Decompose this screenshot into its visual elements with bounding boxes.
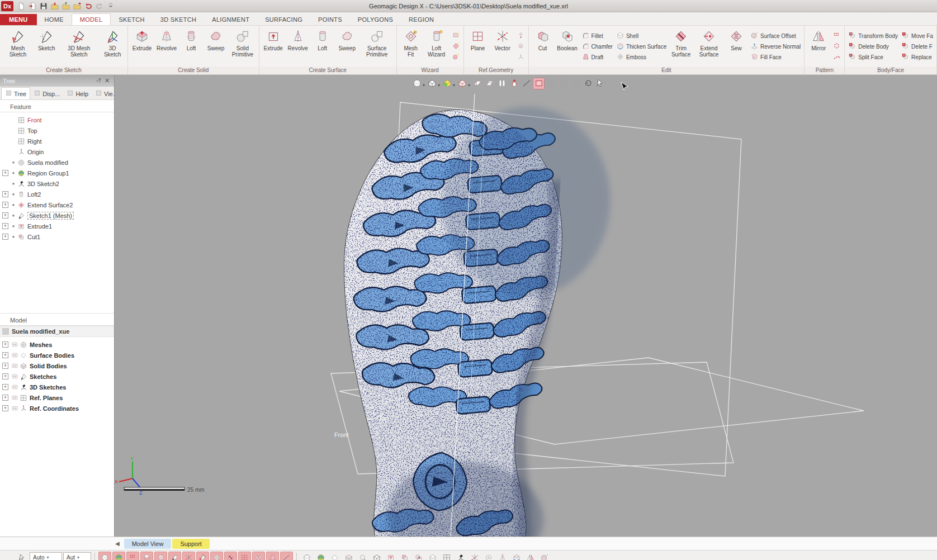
- ribbon-button-pattern-grid[interactable]: [832, 31, 841, 41]
- zoom-fit-button[interactable]: [570, 78, 581, 89]
- ribbon-button-reverse-normal[interactable]: Reverse Normal: [750, 42, 801, 51]
- ribbon-button-move-fa[interactable]: +Move Fa: [901, 31, 933, 41]
- ribbon-button-delete-body[interactable]: xDelete Body: [848, 42, 898, 51]
- dropdown-caret-icon[interactable]: ▾: [423, 83, 425, 88]
- ribbon-button-plane[interactable]: Plane: [466, 27, 490, 67]
- expand-icon[interactable]: +: [2, 341, 8, 348]
- tab-model[interactable]: MODEL: [72, 13, 111, 25]
- ribbon-button-boolean[interactable]: Boolean: [555, 27, 580, 67]
- view-tool-14[interactable]: [482, 552, 495, 560]
- view-tool-16[interactable]: [510, 552, 523, 560]
- edge-cube-button[interactable]: [456, 78, 468, 89]
- shade-cube-button[interactable]: [426, 78, 438, 89]
- ribbon-button-mesh-fit[interactable]: Mesh Fit: [399, 27, 423, 67]
- model-root-row[interactable]: Suela modified_xue: [0, 326, 114, 337]
- ribbon-button-vector[interactable]: Vector: [490, 27, 515, 67]
- panel-tab-disp[interactable]: Disp...: [30, 88, 63, 99]
- tab-3d-sketch[interactable]: 3D SKETCH: [153, 14, 204, 25]
- ribbon-button-wizard-sketch[interactable]: [452, 31, 460, 41]
- zoom-in-button[interactable]: [545, 78, 557, 89]
- model-item-ref-coordinates[interactable]: +Ref. Coordinates: [0, 403, 114, 414]
- select-rect-button[interactable]: [533, 78, 545, 89]
- ribbon-button-fillet[interactable]: Fillet: [581, 31, 613, 41]
- visibility-icon[interactable]: [10, 394, 19, 401]
- selection-filter-select[interactable]: Auto▾: [30, 552, 62, 560]
- tab-region[interactable]: REGION: [401, 14, 442, 25]
- select-tool-8[interactable]: [196, 552, 209, 560]
- tab-polygons[interactable]: POLYGONS: [350, 14, 401, 25]
- view-tool-1[interactable]: [300, 552, 313, 560]
- ribbon-button-loft-wizard[interactable]: Loft Wizard: [423, 27, 450, 67]
- view-tool-2[interactable]: [314, 552, 327, 560]
- select-tool-3[interactable]: [126, 552, 139, 560]
- select-tool-9[interactable]: [210, 552, 223, 560]
- view-tool-18[interactable]: [538, 552, 551, 560]
- tab-scroll-left-icon[interactable]: ◀: [115, 540, 120, 547]
- ribbon-button-wizard-surface[interactable]: [452, 42, 460, 51]
- select-tool-11[interactable]: [238, 552, 251, 560]
- ribbon-button-split-face[interactable]: /Split Face: [848, 53, 898, 62]
- tree-item-loft2[interactable]: +●Loft2: [0, 189, 114, 200]
- plane-fold-button[interactable]: [471, 78, 483, 89]
- undo-icon[interactable]: [83, 1, 94, 11]
- tree-item-region-group1[interactable]: +●Region Group1: [0, 168, 114, 178]
- view-tool-9[interactable]: [412, 552, 425, 560]
- select-tool-6[interactable]: [168, 552, 181, 560]
- doc-tab-model-view[interactable]: Model View: [124, 539, 172, 549]
- expand-icon[interactable]: +: [2, 234, 8, 240]
- tree-item-suela-modified[interactable]: ●Suela modified: [0, 157, 114, 168]
- model-item-ref-planes[interactable]: +Ref. Planes: [0, 392, 114, 403]
- view-tool-11[interactable]: [440, 552, 453, 560]
- ribbon-button-cut[interactable]: Cut: [531, 27, 555, 67]
- tree-item-3d-sketch2[interactable]: ●3D Sketch2: [0, 178, 114, 189]
- ribbon-button-loft[interactable]: Loft: [179, 27, 204, 67]
- ribbon-button-delete-f[interactable]: xDelete F: [901, 42, 933, 51]
- ribbon-button-mesh-sketch[interactable]: Mesh Sketch: [2, 27, 34, 67]
- view-tool-15[interactable]: [496, 552, 509, 560]
- new-file-icon[interactable]: [16, 1, 27, 11]
- select-tool-10[interactable]: [224, 552, 237, 560]
- expand-icon[interactable]: +: [2, 373, 8, 379]
- view-tool-17[interactable]: [524, 552, 537, 560]
- tree-item-extrude1[interactable]: +●Extrude1: [0, 221, 114, 231]
- ribbon-button-sweep[interactable]: Sweep: [335, 27, 359, 67]
- visibility-icon[interactable]: [10, 383, 19, 391]
- tree-item-front[interactable]: Front: [0, 115, 114, 125]
- folder-import-icon[interactable]: [49, 1, 60, 11]
- close-icon[interactable]: ✕: [103, 77, 111, 84]
- expand-icon[interactable]: +: [2, 363, 8, 369]
- expand-icon[interactable]: +: [2, 405, 8, 411]
- pin-view-button[interactable]: [508, 78, 520, 89]
- dropdown-caret-icon[interactable]: ▾: [468, 83, 470, 88]
- ribbon-button-ref-polygon[interactable]: [517, 42, 525, 51]
- ribbon-button-trim-surface[interactable]: Trim Surface: [668, 27, 694, 67]
- tree-item-top[interactable]: Top: [0, 125, 114, 136]
- visibility-icon[interactable]: [10, 352, 19, 359]
- tree-item-right[interactable]: Right: [0, 136, 114, 146]
- view-tool-12[interactable]: [454, 552, 467, 560]
- model-item-solid-bodies[interactable]: +Solid Bodies: [0, 360, 114, 371]
- visibility-icon[interactable]: [10, 373, 19, 380]
- tab-points[interactable]: POINTS: [310, 14, 350, 25]
- tab-home[interactable]: HOME: [37, 14, 72, 25]
- ribbon-button-fill-face[interactable]: Fill Face: [750, 53, 801, 62]
- ribbon-button-sew[interactable]: Sew: [724, 27, 749, 67]
- visibility-icon[interactable]: [10, 405, 19, 412]
- expand-icon[interactable]: +: [2, 223, 8, 229]
- model-item-meshes[interactable]: +Meshes: [0, 339, 114, 350]
- ribbon-button-solid-primitive[interactable]: Solid Primitive: [228, 27, 257, 67]
- ribbon-button-shell[interactable]: Shell: [616, 31, 666, 41]
- dropdown-caret-icon[interactable]: ▾: [438, 83, 440, 88]
- ribbon-button-extrude[interactable]: Extrude: [130, 27, 154, 67]
- expand-icon[interactable]: +: [2, 170, 8, 176]
- ribbon-button-3d-sketch[interactable]: 3D Sketch: [99, 27, 126, 67]
- visibility-icon[interactable]: [10, 362, 19, 369]
- view-tool-6[interactable]: [370, 552, 383, 560]
- tab-surfacing[interactable]: SURFACING: [257, 14, 310, 25]
- tab-menu[interactable]: MENU: [0, 14, 37, 25]
- zoom-out-button[interactable]: [557, 78, 569, 89]
- view-tool-10[interactable]: [426, 552, 439, 560]
- tree-item-extend-surface2[interactable]: +●Extend Surface2: [0, 200, 114, 210]
- model-item-3d-sketches[interactable]: +3D Sketches: [0, 382, 114, 392]
- ribbon-button-ref-coordinate[interactable]: [517, 53, 525, 62]
